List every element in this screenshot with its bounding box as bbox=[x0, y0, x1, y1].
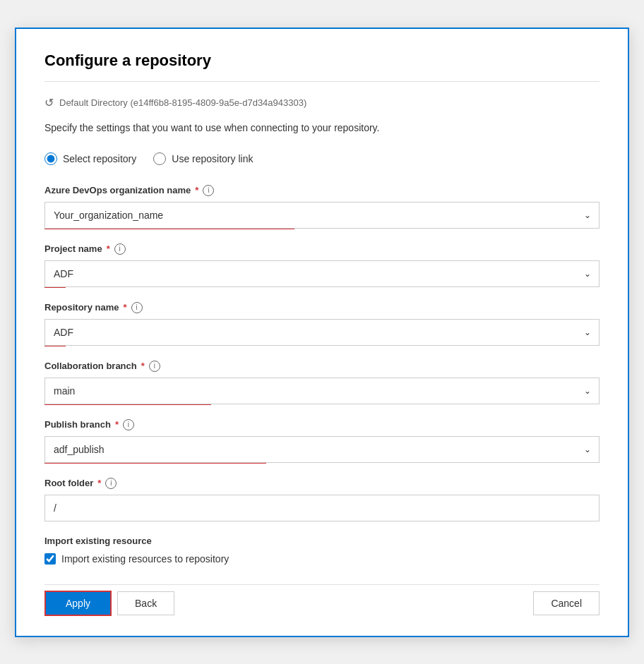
publish-branch-select[interactable]: adf_publish bbox=[44, 436, 600, 463]
publish-branch-group: Publish branch * i adf_publish ⌄ bbox=[44, 419, 600, 464]
radio-use-link-label: Use repository link bbox=[172, 153, 253, 164]
project-name-required: * bbox=[107, 243, 110, 254]
cancel-button[interactable]: Cancel bbox=[533, 591, 600, 615]
project-name-select[interactable]: ADF bbox=[44, 260, 600, 287]
footer-buttons: Apply Back Cancel bbox=[44, 584, 600, 616]
description-text: Specify the settings that you want to us… bbox=[44, 121, 600, 135]
org-name-select[interactable]: Your_organization_name bbox=[44, 202, 600, 229]
collaboration-branch-select[interactable]: main bbox=[44, 378, 600, 404]
collaboration-branch-select-wrapper: main ⌄ bbox=[44, 378, 600, 404]
repository-name-group: Repository name * i ADF ⌄ bbox=[44, 302, 600, 346]
publish-branch-info-icon[interactable]: i bbox=[123, 419, 134, 430]
radio-select-repository[interactable]: Select repository bbox=[44, 152, 136, 165]
root-folder-input[interactable] bbox=[44, 495, 600, 521]
collaboration-branch-required: * bbox=[141, 361, 145, 371]
repository-name-info-icon[interactable]: i bbox=[131, 302, 143, 313]
org-name-info-icon[interactable]: i bbox=[203, 185, 214, 196]
radio-use-link[interactable]: Use repository link bbox=[153, 152, 253, 165]
directory-label: Default Directory (e14ff6b8-8195-4809-9a… bbox=[59, 97, 306, 108]
import-checkbox[interactable] bbox=[44, 553, 56, 565]
collaboration-branch-label: Collaboration branch * i bbox=[44, 361, 600, 372]
root-folder-required: * bbox=[97, 478, 101, 488]
org-name-label: Azure DevOps organization name * i bbox=[44, 185, 600, 196]
radio-select-repository-label: Select repository bbox=[63, 153, 136, 164]
radio-group: Select repository Use repository link bbox=[44, 152, 600, 165]
publish-branch-label: Publish branch * i bbox=[44, 419, 600, 430]
root-folder-label: Root folder * i bbox=[44, 478, 600, 489]
dialog-title: Configure a repository bbox=[44, 52, 600, 70]
org-name-required: * bbox=[195, 185, 198, 195]
repository-name-label: Repository name * i bbox=[44, 302, 600, 313]
project-name-select-wrapper: ADF ⌄ bbox=[44, 260, 600, 287]
root-folder-info-icon[interactable]: i bbox=[105, 478, 117, 489]
collaboration-branch-group: Collaboration branch * i main ⌄ bbox=[44, 361, 600, 405]
project-name-label: Project name * i bbox=[44, 243, 600, 255]
repository-name-select-wrapper: ADF ⌄ bbox=[44, 319, 600, 346]
repository-name-required: * bbox=[123, 302, 126, 313]
import-checkbox-row: Import existing resources to repository bbox=[44, 553, 600, 565]
import-section-title: Import existing resource bbox=[44, 536, 600, 546]
apply-button[interactable]: Apply bbox=[44, 591, 112, 616]
import-checkbox-label: Import existing resources to repository bbox=[61, 553, 229, 565]
publish-branch-required: * bbox=[115, 419, 119, 430]
directory-icon: ↺ bbox=[44, 96, 54, 109]
configure-repository-dialog: Configure a repository ↺ Default Directo… bbox=[15, 28, 629, 637]
project-name-group: Project name * i ADF ⌄ bbox=[44, 243, 600, 288]
org-name-select-wrapper: Your_organization_name ⌄ bbox=[44, 202, 600, 229]
back-button[interactable]: Back bbox=[117, 591, 174, 615]
collaboration-branch-info-icon[interactable]: i bbox=[149, 361, 160, 372]
project-name-info-icon[interactable]: i bbox=[114, 243, 126, 255]
org-name-group: Azure DevOps organization name * i Your_… bbox=[44, 185, 600, 229]
repository-name-select[interactable]: ADF bbox=[44, 319, 600, 346]
root-folder-group: Root folder * i bbox=[44, 478, 600, 521]
publish-branch-select-wrapper: adf_publish ⌄ bbox=[44, 436, 600, 463]
import-section: Import existing resource Import existing… bbox=[44, 536, 600, 565]
radio-select-repository-input[interactable] bbox=[44, 152, 57, 165]
directory-row: ↺ Default Directory (e14ff6b8-8195-4809-… bbox=[44, 96, 600, 109]
title-divider bbox=[44, 81, 600, 82]
radio-use-link-input[interactable] bbox=[153, 152, 166, 165]
